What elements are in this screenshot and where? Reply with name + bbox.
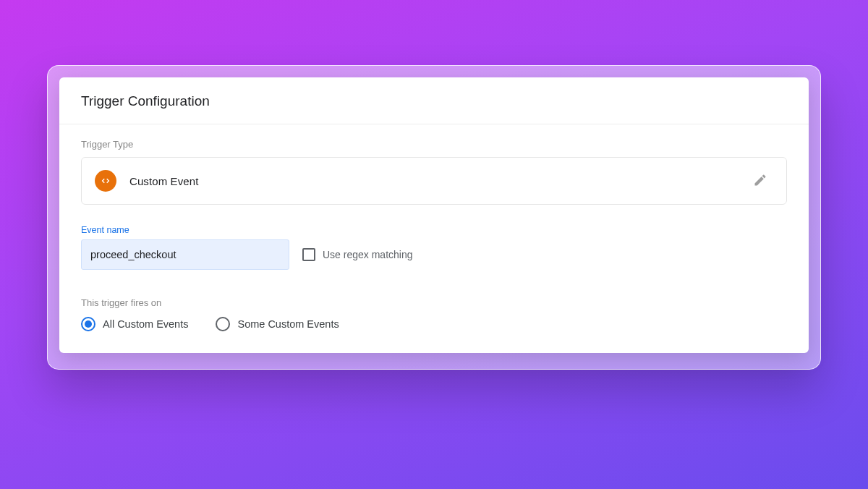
trigger-config-card: Trigger Configuration Trigger Type Custo… xyxy=(59,77,809,353)
trigger-type-row[interactable]: Custom Event xyxy=(81,157,787,205)
fires-on-radio-group: All Custom Events Some Custom Events xyxy=(81,317,787,331)
regex-checkbox[interactable]: Use regex matching xyxy=(302,248,413,261)
fires-on-label: This trigger fires on xyxy=(81,297,787,308)
pencil-icon xyxy=(753,173,767,190)
radio-some-custom-events[interactable]: Some Custom Events xyxy=(216,317,339,331)
card-title: Trigger Configuration xyxy=(81,93,787,109)
outer-shell: Trigger Configuration Trigger Type Custo… xyxy=(47,65,821,370)
trigger-type-name: Custom Event xyxy=(129,175,198,187)
event-name-input[interactable] xyxy=(81,239,289,270)
checkbox-icon xyxy=(302,248,315,261)
radio-all-custom-events[interactable]: All Custom Events xyxy=(81,317,188,331)
radio-label: All Custom Events xyxy=(103,318,188,330)
regex-checkbox-label: Use regex matching xyxy=(323,249,413,260)
code-icon xyxy=(95,170,116,192)
trigger-type-label: Trigger Type xyxy=(81,139,787,150)
card-body: Trigger Type Custom Event Event name Use… xyxy=(59,124,809,353)
radio-selected-icon xyxy=(81,317,95,331)
radio-label: Some Custom Events xyxy=(237,318,339,330)
radio-unselected-icon xyxy=(216,317,230,331)
card-header: Trigger Configuration xyxy=(59,77,809,124)
edit-trigger-type-button[interactable] xyxy=(747,168,773,194)
event-name-row: Use regex matching xyxy=(81,239,787,270)
event-name-label: Event name xyxy=(81,225,787,235)
